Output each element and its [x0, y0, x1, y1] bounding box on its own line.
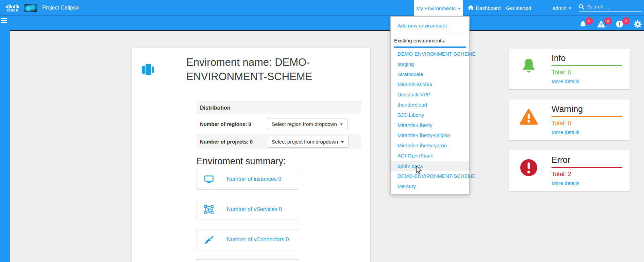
environment-card: Enviroment name: DEMO-ENVIRONMENT-SCHEME…	[132, 48, 370, 262]
environment-menu-item[interactable]: SJC-Liberty	[391, 110, 469, 120]
instances-summary-card[interactable]: Number of instances 0	[197, 169, 299, 190]
environment-menu-item[interactable]: Mirantis-Liberty	[391, 120, 469, 130]
environment-menu-item[interactable]: Mercury	[391, 181, 469, 191]
error-card-underline	[552, 167, 622, 168]
mouse-cursor-icon	[416, 166, 423, 175]
environment-menu-item-hovered[interactable]: opnfv-apex	[391, 161, 469, 171]
notifications-badge: 0	[586, 17, 593, 25]
error-status-card: Error Total: 2 More details	[509, 150, 630, 191]
summary-card-cutoff[interactable]	[197, 259, 299, 262]
nav-get-started[interactable]: Get started	[506, 0, 531, 16]
menu-header: Existing environments:	[391, 37, 469, 45]
left-sidebar-strip	[0, 16, 10, 262]
vservices-summary-card[interactable]: Number of vServices 0	[197, 199, 299, 220]
warning-triangle-icon	[519, 106, 539, 127]
distribution-table: Distribution Number of regions: 0 Select…	[197, 101, 361, 149]
menu-item-add-new-environment[interactable]: Add new environment	[391, 21, 469, 31]
brand-image	[24, 4, 37, 12]
regions-count-label: Number of regions: 0	[197, 121, 267, 127]
environment-menu-item[interactable]: staging	[391, 59, 469, 69]
nav-dashboard[interactable]: Dashboard	[468, 0, 501, 16]
select-region-dropdown-button[interactable]: Select region from dropdown	[267, 118, 348, 130]
chevron-down-icon	[340, 124, 343, 125]
toolbar	[0, 16, 644, 31]
table-row: Number of regions: 0 Select region from …	[197, 114, 361, 134]
gear-icon[interactable]	[634, 20, 642, 28]
environments-dropdown-menu: Add new environment Existing environment…	[390, 16, 470, 194]
my-environments-menu-button[interactable]: My Environments	[414, 0, 463, 16]
cisco-logo-text: cisco	[6, 8, 19, 12]
environment-columns-icon	[142, 63, 155, 76]
select-region-label: Select region from dropdown	[272, 121, 337, 127]
menu-divider	[391, 34, 469, 34]
top-navbar: cisco Project Calipso My Environments Da…	[0, 0, 644, 16]
distribution-header: Distribution	[197, 101, 361, 114]
menu-header-underline	[394, 46, 466, 48]
projects-count-label: Number of projects: 0	[197, 139, 267, 145]
user-label: admin	[553, 5, 566, 11]
vservices-count-link: Number of vServices 0	[227, 206, 282, 212]
environment-menu-item[interactable]: thundercloud	[391, 100, 469, 110]
home-icon	[468, 5, 474, 11]
app-title: Project Calipso	[42, 5, 79, 11]
environment-menu-item[interactable]: Mirantis-Liberty-calipso	[391, 130, 469, 141]
info-status-card: Info Total: 0 More details	[509, 49, 630, 89]
error-more-details-link[interactable]: More details	[552, 180, 622, 186]
warning-more-details-link[interactable]: More details	[552, 129, 622, 135]
environment-title: Enviroment name: DEMO-ENVIRONMENT-SCHEME	[186, 55, 342, 84]
error-card-total: Total: 2	[552, 171, 622, 178]
bell-icon	[519, 55, 539, 76]
select-project-dropdown-button[interactable]: Select project from dropdown	[267, 136, 349, 148]
search-box	[579, 2, 642, 12]
environment-menu-item[interactable]: DEMO-ENVIRONMENT-SCHEME	[391, 49, 469, 59]
info-card-title: Info	[552, 53, 622, 63]
menu-icon[interactable]	[1, 18, 7, 24]
warning-card-total: Total: 0	[552, 120, 622, 127]
search-input[interactable]	[587, 3, 639, 10]
warning-card-title: Warning	[552, 104, 622, 114]
error-circle-icon	[519, 157, 539, 178]
select-project-label: Select project from dropdown	[272, 139, 338, 145]
get-started-label: Get started	[506, 5, 531, 11]
environment-menu-item[interactable]: Devstack-VPP	[391, 90, 469, 100]
environment-menu-item[interactable]: Stratoscale	[391, 69, 469, 79]
brand-area: cisco Project Calipso	[6, 0, 79, 16]
errors-badge: 2	[622, 17, 630, 25]
chevron-down-icon	[341, 141, 344, 143]
table-row: Number of projects: 0 Select project fro…	[197, 134, 361, 149]
vconnectors-summary-card[interactable]: Number of vConnectors 0	[197, 229, 299, 250]
my-environments-label: My Environments	[416, 5, 456, 11]
info-card-underline	[552, 65, 622, 66]
cisco-logo-icon: cisco	[6, 3, 19, 12]
info-card-total: Total: 0	[552, 69, 622, 76]
notification-icons: 0 0 2	[578, 16, 642, 30]
vconnectors-icon	[204, 235, 214, 244]
vservices-icon	[204, 205, 214, 214]
warnings-badge: 0	[604, 17, 612, 25]
nav-user-menu[interactable]: admin	[553, 0, 571, 16]
instances-count-link: Number of instances 0	[227, 176, 281, 182]
environment-menu-item[interactable]: Mirantis-Mitaka	[391, 79, 469, 90]
warning-status-card: Warning Total: 0 More details	[509, 99, 630, 140]
dashboard-label: Dashboard	[476, 5, 501, 11]
chevron-down-icon	[458, 8, 461, 10]
search-icon	[579, 4, 584, 10]
chevron-down-icon	[569, 7, 571, 9]
environment-menu-item[interactable]: ACI-OpenStack	[391, 151, 469, 161]
monitor-icon	[204, 175, 214, 183]
info-more-details-link[interactable]: More details	[552, 78, 622, 84]
warning-card-underline	[552, 116, 622, 117]
vconnectors-count-link: Number of vConnectors 0	[227, 237, 289, 243]
environment-menu-item[interactable]: Mirantis-Liberty-yaron	[391, 141, 469, 151]
error-card-title: Error	[552, 155, 622, 165]
environment-menu-item[interactable]: DEMO-ENVIRONMENT-SCHEME	[391, 171, 469, 181]
environment-summary-heading: Enviroment summary:	[197, 156, 370, 167]
